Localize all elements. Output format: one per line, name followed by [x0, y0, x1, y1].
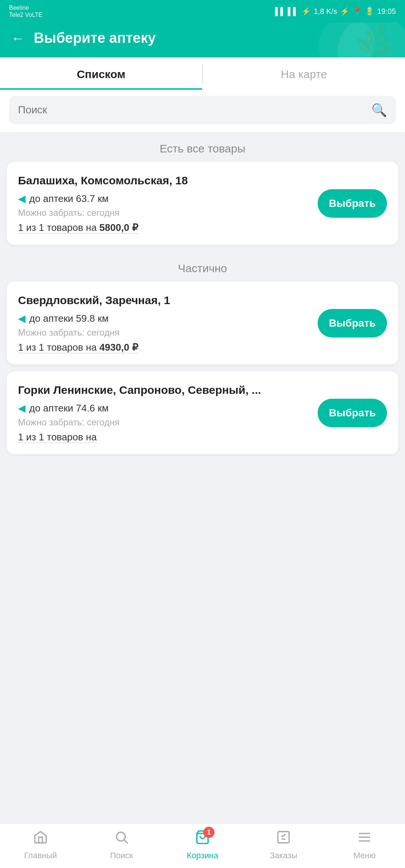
svg-rect-3 — [278, 832, 289, 843]
signal-icon: ▌▌ ▌▌ — [275, 7, 298, 16]
location-arrow-icon: ◀ — [18, 193, 26, 205]
bluetooth-icon: ⚡ — [340, 7, 350, 16]
search-input[interactable] — [18, 104, 365, 116]
search-nav-icon — [114, 830, 129, 848]
select-pharmacy-gorki-button[interactable]: Выбрать — [318, 399, 387, 427]
pharmacy-address: Свердловский, Заречная, 1 — [18, 293, 310, 307]
battery-icon: 🔋 — [365, 7, 374, 16]
pharmacy-items: 1 из 1 товаров на 5800,0 ₽ — [18, 222, 310, 234]
nav-menu-label: Меню — [353, 851, 375, 860]
cart-icon: 1 — [195, 830, 210, 848]
tab-map[interactable]: На карте — [203, 57, 405, 90]
cart-badge: 1 — [203, 827, 214, 838]
pharmacy-distance: ◀ до аптеки 63.7 км — [18, 193, 310, 205]
wifi-icon: ⚡ — [302, 7, 311, 16]
pharmacy-card-sverdlovskiy: Свердловский, Заречная, 1 ◀ до аптеки 59… — [7, 282, 398, 365]
pharmacy-card-gorki: Горки Ленинские, Сапроново, Северный, ..… — [7, 371, 398, 454]
nav-orders-label: Заказы — [270, 851, 297, 860]
home-icon — [33, 830, 48, 848]
pharmacy-pickup: Можно забрать: сегодня — [18, 417, 310, 428]
pharmacy-distance: ◀ до аптеки 59.8 км — [18, 313, 310, 324]
status-right: ▌▌ ▌▌ ⚡ 1,8 K/s ⚡ 📍 🔋 19:05 — [275, 7, 396, 16]
pharmacy-distance: ◀ до аптеки 74.6 км — [18, 402, 310, 414]
nav-home[interactable]: Главный — [18, 830, 63, 860]
pharmacy-address: Горки Ленинские, Сапроново, Северный, ..… — [18, 383, 310, 397]
card-content: Свердловский, Заречная, 1 ◀ до аптеки 59… — [18, 293, 310, 353]
select-pharmacy-balashiha-button[interactable]: Выбрать — [318, 189, 387, 218]
menu-icon — [357, 830, 372, 848]
card-content: Горки Ленинские, Сапроново, Северный, ..… — [18, 383, 310, 443]
header: ← Выберите аптеку 🌿 — [0, 23, 405, 57]
nav-home-label: Главный — [24, 851, 57, 860]
nav-orders[interactable]: Заказы — [261, 830, 306, 860]
nav-search[interactable]: Поиск — [99, 830, 144, 860]
nav-cart-label: Корзина — [187, 851, 218, 860]
pharmacy-pickup: Можно забрать: сегодня — [18, 208, 310, 218]
search-box: 🔍 — [9, 96, 396, 124]
select-pharmacy-sverdlovskiy-button[interactable]: Выбрать — [318, 309, 387, 338]
svg-line-1 — [124, 840, 128, 844]
svg-point-0 — [117, 832, 125, 841]
location-status-icon: 📍 — [352, 7, 362, 16]
search-icon[interactable]: 🔍 — [371, 102, 387, 118]
nav-menu[interactable]: Меню — [342, 830, 387, 860]
location-arrow-icon: ◀ — [18, 313, 26, 324]
orders-icon — [276, 830, 291, 848]
card-content: Балашиха, Комсомольская, 18 ◀ до аптеки … — [18, 173, 310, 234]
carrier-info: Beeline Tele2 VoLTE — [9, 4, 43, 18]
pharmacy-address: Балашиха, Комсомольская, 18 — [18, 173, 310, 188]
location-arrow-icon: ◀ — [18, 402, 26, 414]
tab-list[interactable]: Списком — [0, 57, 202, 90]
status-bar: Beeline Tele2 VoLTE ▌▌ ▌▌ ⚡ 1,8 K/s ⚡ 📍 … — [0, 0, 405, 23]
bottom-nav: Главный Поиск 1 Корзина — [0, 823, 405, 868]
search-section: 🔍 — [0, 90, 405, 132]
back-button[interactable]: ← — [11, 30, 25, 46]
section-all-items-label: Есть все товары — [0, 132, 405, 162]
leaf-decoration: 🌿 — [351, 23, 399, 57]
pharmacy-items: 1 из 1 товаров на — [18, 431, 310, 443]
tab-bar: Списком На карте — [0, 57, 405, 90]
pharmacy-card-balashiha: Балашиха, Комсомольская, 18 ◀ до аптеки … — [7, 162, 398, 245]
section-partial-label: Частично — [0, 252, 405, 282]
pharmacy-pickup: Можно забрать: сегодня — [18, 327, 310, 338]
nav-search-label: Поиск — [110, 851, 133, 860]
content: Есть все товары Балашиха, Комсомольская,… — [0, 132, 405, 499]
nav-cart[interactable]: 1 Корзина — [180, 830, 225, 860]
pharmacy-items: 1 из 1 товаров на 4930,0 ₽ — [18, 342, 310, 353]
page-title: Выберите аптеку — [34, 30, 156, 46]
